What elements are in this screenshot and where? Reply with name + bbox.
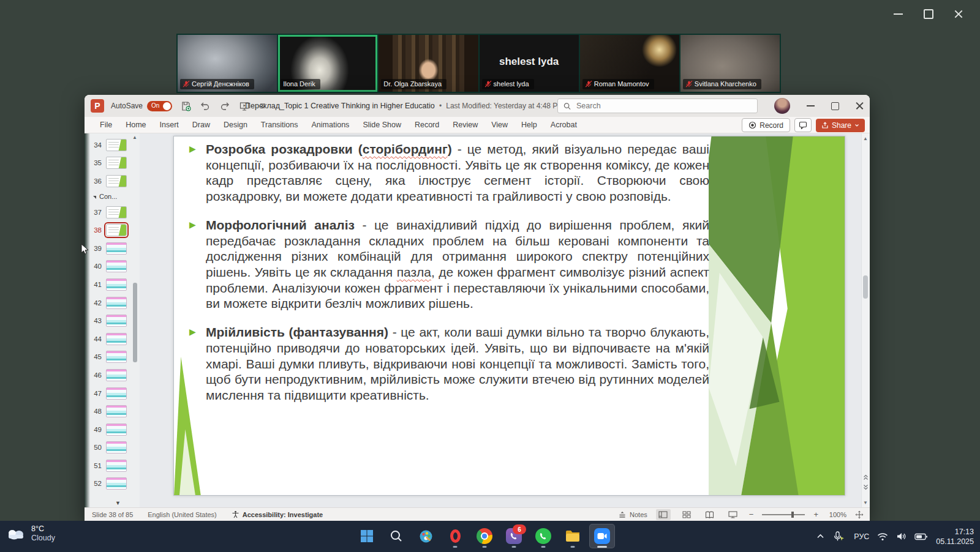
zoom-slider-thumb[interactable]: [791, 512, 794, 518]
main-scrollbar-thumb[interactable]: [863, 275, 868, 299]
file-explorer-button[interactable]: [560, 524, 586, 548]
comments-button[interactable]: [794, 118, 812, 132]
slide-thumbnail-row[interactable]: 51: [88, 457, 132, 475]
scroll-up-icon[interactable]: ▲: [132, 135, 137, 140]
normal-view-button[interactable]: [656, 509, 671, 520]
thumbnail-scrollbar-thumb[interactable]: [133, 283, 137, 362]
share-button[interactable]: Share: [816, 119, 865, 132]
start-button[interactable]: [354, 524, 380, 548]
search-input[interactable]: [557, 99, 758, 113]
last-modified-label[interactable]: Last Modified: Yesterday at 4:48 PM: [446, 102, 564, 110]
tab-animations[interactable]: Animations: [305, 121, 356, 129]
fit-to-window-icon[interactable]: [855, 510, 864, 519]
thumbnail-scroll-down-icon[interactable]: ▼: [115, 500, 121, 506]
save-icon[interactable]: [181, 101, 191, 111]
wifi-icon[interactable]: [877, 532, 888, 541]
slide-thumbnail[interactable]: [106, 139, 127, 151]
slide-thumbnail-row[interactable]: 34: [88, 136, 132, 154]
slide-thumbnail-row[interactable]: 49: [88, 420, 132, 439]
slide-thumbnail-row[interactable]: 47: [88, 384, 132, 403]
tab-design[interactable]: Design: [217, 121, 254, 129]
opera-browser-button[interactable]: [442, 524, 468, 548]
user-avatar[interactable]: [774, 98, 790, 114]
slide-thumbnail[interactable]: [106, 315, 127, 327]
section-header[interactable]: Con...: [88, 190, 132, 203]
slide-thumbnail-row[interactable]: 39: [88, 239, 132, 258]
slide-thumbnail-row[interactable]: 36: [88, 172, 132, 190]
whatsapp-app-button[interactable]: [530, 524, 556, 548]
powerpoint-icon[interactable]: P: [91, 99, 104, 113]
tab-record[interactable]: Record: [408, 121, 446, 129]
tab-transitions[interactable]: Transitions: [254, 121, 305, 129]
paint-app-button[interactable]: [413, 524, 439, 548]
redo-icon[interactable]: [219, 101, 230, 111]
accessibility-status[interactable]: Accessibility: Investigate: [232, 510, 323, 518]
tab-home[interactable]: Home: [119, 121, 153, 129]
participant-tile[interactable]: Roman Mamontov: [580, 35, 679, 92]
slide-thumbnail-row[interactable]: 45: [88, 348, 132, 367]
slide-thumbnail-row[interactable]: 40: [88, 258, 132, 276]
slide-thumbnail[interactable]: [106, 157, 127, 169]
slide-thumbnail-row[interactable]: 38: [88, 221, 132, 239]
slide-thumbnail-row[interactable]: 48: [88, 402, 132, 420]
slide-thumbnail[interactable]: [106, 278, 127, 291]
tab-acrobat[interactable]: Acrobat: [544, 121, 584, 129]
zoom-level[interactable]: 100%: [827, 511, 846, 518]
slide-canvas[interactable]: ▶Розробка розкадровки (сторібординг) - ц…: [173, 136, 845, 496]
window-close-icon[interactable]: [856, 102, 864, 110]
tray-chevron-up-icon[interactable]: [816, 534, 824, 539]
voice-typing-icon[interactable]: [832, 531, 846, 542]
previous-slide-button[interactable]: [862, 473, 869, 481]
reading-view-button[interactable]: [703, 509, 717, 520]
slide-thumbnail-row[interactable]: 46: [88, 366, 132, 384]
participant-tile[interactable]: Сергій Денєжніков: [178, 35, 277, 92]
language-indicator[interactable]: English (United States): [148, 511, 217, 518]
slide-thumbnail-row[interactable]: 50: [88, 439, 132, 457]
main-scrollbar[interactable]: ▲ ▼: [861, 133, 870, 508]
slide-thumbnail[interactable]: [106, 260, 127, 272]
chrome-browser-button[interactable]: [472, 524, 497, 548]
slide-thumbnail[interactable]: [106, 387, 127, 400]
participant-tile[interactable]: Ilona Derik: [278, 35, 377, 92]
tab-file[interactable]: File: [93, 121, 119, 129]
slide-text-box[interactable]: ▶Розробка розкадровки (сторібординг) - ц…: [206, 141, 709, 416]
slide-thumbnail[interactable]: [106, 175, 127, 187]
battery-icon[interactable]: [914, 533, 928, 540]
slide-sorter-view-button[interactable]: [679, 509, 694, 520]
zoom-in-button[interactable]: +: [813, 510, 818, 519]
tab-slide-show[interactable]: Slide Show: [356, 121, 408, 129]
tab-view[interactable]: View: [484, 121, 514, 129]
slide-thumbnail-row[interactable]: 42: [88, 294, 132, 312]
slide-thumbnail[interactable]: [106, 297, 127, 309]
thumbnail-scrollbar[interactable]: ▲: [133, 135, 138, 507]
window-minimize-icon[interactable]: [807, 105, 815, 106]
slide-thumbnail[interactable]: [106, 369, 127, 381]
clock-widget[interactable]: 17:13 05.11.2025: [936, 527, 974, 546]
speaker-icon[interactable]: [896, 532, 907, 541]
zoom-app-button[interactable]: [589, 524, 615, 548]
autosave-toggle[interactable]: On: [147, 101, 172, 111]
slide-thumbnail-row[interactable]: 41: [88, 275, 132, 294]
slide-thumbnail-row[interactable]: 43: [88, 311, 132, 330]
tab-insert[interactable]: Insert: [153, 121, 186, 129]
tab-review[interactable]: Review: [446, 121, 484, 129]
undo-icon[interactable]: [200, 101, 211, 111]
slide-thumbnail[interactable]: [106, 460, 127, 472]
taskbar-search-button[interactable]: [383, 524, 409, 548]
slide-thumbnail-row[interactable]: 52: [88, 475, 132, 493]
language-switcher[interactable]: РУС: [854, 532, 869, 541]
participant-tile[interactable]: shelest lydashelest lyda: [480, 35, 579, 92]
slide-thumbnail[interactable]: [106, 423, 127, 436]
minimize-icon[interactable]: [894, 13, 903, 15]
slide-thumbnail[interactable]: [106, 333, 127, 345]
slide-thumbnail[interactable]: [106, 224, 127, 236]
restore-icon[interactable]: [924, 9, 933, 19]
notes-toggle[interactable]: Notes: [618, 511, 647, 518]
next-slide-button[interactable]: [862, 483, 869, 491]
slide-thumbnail-row[interactable]: 35: [88, 154, 132, 173]
slide-thumbnail[interactable]: [106, 477, 127, 490]
tab-help[interactable]: Help: [514, 121, 544, 129]
zoom-slider[interactable]: [762, 514, 805, 515]
slide-thumbnail[interactable]: [106, 242, 127, 255]
tab-draw[interactable]: Draw: [186, 121, 217, 129]
